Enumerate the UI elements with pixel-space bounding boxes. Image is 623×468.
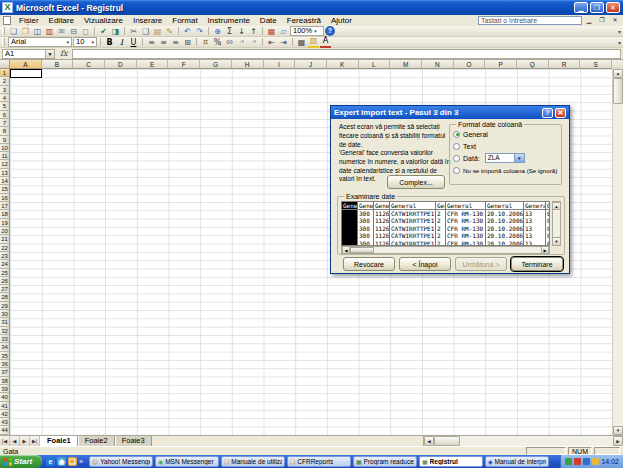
menu-item[interactable]: Fereastră [282,15,326,26]
row-header-21[interactable]: 21 [0,235,10,243]
row-header-26[interactable]: 26 [0,277,10,285]
row-header-20[interactable]: 20 [0,227,10,235]
preview-viewport[interactable]: GeneralGeneralGeneralGeneralGeneralGener… [341,201,550,246]
taskbar-button[interactable]: ☺Yahoo! Messenger [89,456,153,467]
preview-column-header[interactable]: General [342,202,358,209]
preview-horizontal-scroll-track[interactable] [374,247,541,253]
align-right-icon[interactable]: ≡ [170,37,181,48]
row-header-39[interactable]: 39 [0,385,10,393]
research-icon[interactable]: ◨ [110,26,121,37]
row-header-15[interactable]: 15 [0,185,10,193]
comma-style-icon[interactable]: 00 [224,37,235,48]
paste-icon[interactable]: ▤ [152,26,163,37]
row-header-24[interactable]: 24 [0,260,10,268]
sheet-tab-foaie3[interactable]: Foaie3 [115,436,152,446]
sheet-tab-foaie1[interactable]: Foaie1 [40,436,78,446]
open-icon[interactable]: ❐ [20,26,31,37]
new-icon[interactable]: ❏ [8,26,19,37]
cancel-button[interactable]: Revocare [343,257,395,271]
horizontal-scroll-thumb[interactable] [434,436,460,446]
taskbar-button[interactable]: ▦Registrul [419,456,483,467]
permission-icon[interactable]: ▥ [44,26,55,37]
row-header-4[interactable]: 4 [0,94,10,102]
zoom-level-box[interactable]: 100%▾ [290,26,324,36]
workbook-restore-button[interactable]: ❐ [596,16,608,25]
preview-scroll-left-icon[interactable]: ◀ [342,247,350,253]
column-header-r[interactable]: R [549,60,581,69]
row-header-23[interactable]: 23 [0,252,10,260]
row-header-16[interactable]: 16 [0,194,10,202]
chevron-down-icon[interactable]: ▾ [66,38,69,46]
preview-horizontal-scrollbar[interactable]: ◀ ▶ [341,246,550,254]
menu-item[interactable]: Instrumente [203,15,255,26]
row-header-41[interactable]: 41 [0,402,10,410]
spelling-icon[interactable]: ✔ [98,26,109,37]
align-left-icon[interactable]: ≡ [146,37,157,48]
increase-indent-icon[interactable]: ⇥ [278,37,289,48]
scroll-left-icon[interactable]: ◀ [424,436,434,446]
menu-item[interactable]: Vizualizare [79,15,128,26]
row-header-6[interactable]: 6 [0,111,10,119]
menu-item[interactable]: Date [255,15,282,26]
ask-a-question-box[interactable]: Tastați o întrebare [478,16,582,25]
chevron-down-icon[interactable]: ▼ [515,153,525,163]
decrease-decimal-icon[interactable]: ⁻⁰ [248,37,259,48]
row-header-5[interactable]: 5 [0,102,10,110]
select-all-corner[interactable] [0,60,10,69]
dialog-help-icon[interactable]: ? [542,108,553,118]
preview-column-header[interactable]: General [524,202,546,209]
column-header-g[interactable]: G [200,60,232,69]
row-header-1[interactable]: 1 [0,69,10,77]
align-center-icon[interactable]: ≡ [158,37,169,48]
toolbar-grip[interactable] [2,27,5,35]
row-header-44[interactable]: 44 [0,426,10,434]
row-header-9[interactable]: 9 [0,136,10,144]
currency-icon[interactable]: ¤ [200,37,211,48]
column-header-i[interactable]: I [264,60,296,69]
row-header-19[interactable]: 19 [0,219,10,227]
column-header-m[interactable]: M [390,60,422,69]
radio-button[interactable] [453,143,460,150]
date-format-select[interactable]: ZLA▼ [485,153,525,163]
menu-item[interactable]: Ajutor [326,15,357,26]
column-header-q[interactable]: Q [517,60,549,69]
radio-button[interactable] [453,131,460,138]
row-header-17[interactable]: 17 [0,202,10,210]
sheet-nav-button[interactable]: ▶| [30,436,40,446]
undo-icon[interactable]: ↶ [182,26,193,37]
dialog-close-icon[interactable]: ✕ [555,108,566,118]
row-header-22[interactable]: 22 [0,244,10,252]
row-header-37[interactable]: 37 [0,368,10,376]
menu-item[interactable]: Fișier [14,15,44,26]
sort-descending-icon[interactable]: ↑ [248,26,259,37]
sheet-tab-foaie2[interactable]: Foaie2 [78,436,115,446]
row-header-42[interactable]: 42 [0,410,10,418]
column-header-h[interactable]: H [232,60,264,69]
format-option[interactable]: Text [453,140,558,152]
minimize-button[interactable]: ▁ [574,2,588,13]
row-header-12[interactable]: 12 [0,160,10,168]
preview-scroll-right-icon[interactable]: ▶ [541,247,549,253]
dialog-title-bar[interactable]: Expert import text - Pasul 3 din 3 ? ✕ [331,106,569,119]
print-preview-icon[interactable]: ◻ [80,26,91,37]
row-header-43[interactable]: 43 [0,418,10,426]
workbook-close-button[interactable]: ✕ [609,16,621,25]
row-header-28[interactable]: 28 [0,293,10,301]
column-header-j[interactable]: J [295,60,327,69]
back-button[interactable]: < Înapoi [399,257,451,271]
vertical-scroll-thumb[interactable] [613,78,623,104]
restore-button[interactable]: ❐ [590,2,604,13]
workbook-icon[interactable] [3,16,11,25]
toolbar-options-icon[interactable]: ▾ [618,28,621,35]
quick-launch-icon[interactable]: e [46,457,55,466]
borders-icon[interactable]: ▦ [296,37,307,48]
start-button[interactable]: Start [0,455,42,468]
column-header-b[interactable]: B [42,60,74,69]
column-header-p[interactable]: P [485,60,517,69]
hyperlink-icon[interactable]: ⊕ [212,26,223,37]
row-header-11[interactable]: 11 [0,152,10,160]
scroll-down-icon[interactable]: ▼ [613,426,623,435]
preview-column-header[interactable]: General [390,202,436,209]
row-header-18[interactable]: 18 [0,210,10,218]
sheet-nav-button[interactable]: ◀ [10,436,20,446]
